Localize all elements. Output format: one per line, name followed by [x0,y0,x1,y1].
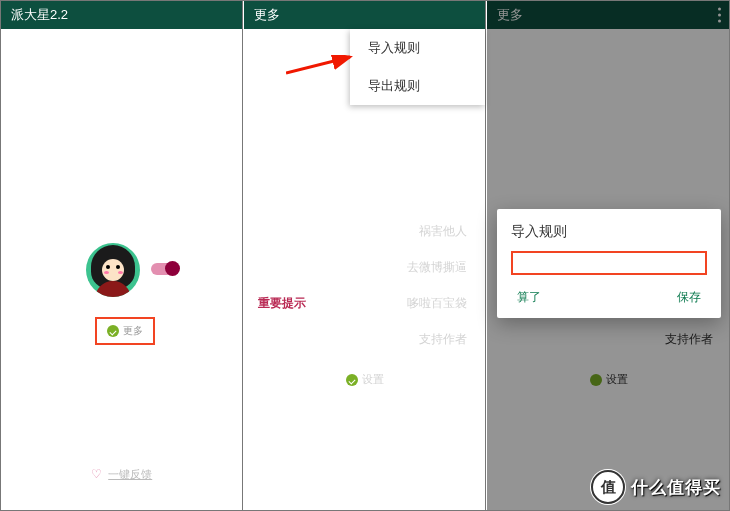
settings-label: 设置 [362,372,384,387]
svg-line-0 [286,57,350,73]
menu-item[interactable]: 祸害他人 [407,225,467,237]
import-rules-input[interactable] [511,251,707,275]
dropdown-import-rules[interactable]: 导入规则 [350,29,485,67]
save-button[interactable]: 保存 [671,285,707,310]
app-header: 派大星2.2 [1,1,242,29]
screen-more-menu: 更多 导入规则 导出规则 重要提示 祸害他人 去微博撕逼 哆啦百宝袋 支持作者 … [244,1,486,510]
menu-item[interactable]: 去微博撕逼 [407,261,467,273]
avatar-area [86,243,140,297]
import-rules-dialog: 导入规则 算了 保存 [497,209,721,318]
avatar-icon[interactable] [86,243,140,297]
more-label: 更多 [123,324,143,338]
cancel-button[interactable]: 算了 [511,285,547,310]
settings-button[interactable]: 设置 [244,372,485,387]
menu-item[interactable]: 支持作者 [407,333,467,345]
dialog-title: 导入规则 [511,223,707,241]
check-icon [346,374,358,386]
watermark-text: 什么值得买 [631,476,721,499]
overflow-dropdown: 导入规则 导出规则 [350,29,485,105]
screen-import-dialog: 更多 祸害他人 支持作者 设置 导入规则 算了 保存 [487,1,730,510]
app-title: 更多 [254,6,280,24]
heart-icon: ♡ [91,467,102,481]
app-header: 更多 [244,1,485,29]
important-notice[interactable]: 重要提示 [258,295,306,312]
watermark-badge: 值 [591,470,625,504]
main-toggle[interactable] [151,263,177,275]
feedback-label: 一键反馈 [108,468,152,480]
feedback-link[interactable]: ♡ 一键反馈 [1,464,242,482]
app-title: 派大星2.2 [11,6,68,24]
screen-home: 派大星2.2 更多 ♡ 一键反馈 [1,1,243,510]
menu-item[interactable]: 哆啦百宝袋 [407,297,467,309]
annotation-arrow-icon [286,55,358,77]
watermark: 值 什么值得买 [591,470,721,504]
dropdown-export-rules[interactable]: 导出规则 [350,67,485,105]
check-icon [107,325,119,337]
menu-list: 祸害他人 去微博撕逼 哆啦百宝袋 支持作者 [407,225,467,369]
more-button[interactable]: 更多 [95,317,155,345]
